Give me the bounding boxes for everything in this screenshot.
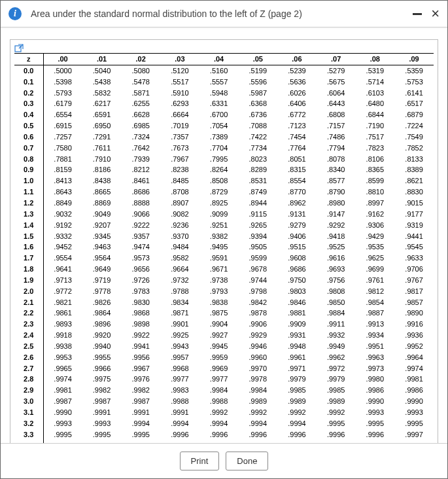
- cell: .9850: [317, 297, 356, 308]
- cell: .7910: [82, 154, 122, 165]
- cell: .9975: [82, 374, 122, 385]
- table-row: 2.5.9938.9940.9941.9943.9945.9946.9948.9…: [14, 341, 434, 352]
- cell: .9826: [82, 297, 122, 308]
- cell: .5793: [43, 88, 82, 99]
- cell: .9429: [356, 231, 395, 242]
- cell: .9484: [160, 241, 199, 253]
- table-card: z.00.01.02.03.04.05.06.07.08.09 0.0.5000…: [10, 39, 438, 443]
- cell: .9608: [277, 253, 317, 264]
- cell: .8078: [317, 154, 356, 165]
- close-icon[interactable]: ×: [431, 9, 439, 18]
- cell: .9993: [356, 407, 395, 418]
- cell: .5596: [238, 77, 277, 88]
- z-corner-header: z: [14, 54, 43, 65]
- titlebar: i Area under the standard normal distrib…: [1, 1, 447, 27]
- cell: .8264: [199, 164, 239, 175]
- cell: .8830: [394, 186, 434, 198]
- row-header: 1.8: [14, 264, 43, 275]
- col-header: .09: [394, 54, 434, 65]
- cell: .9706: [394, 264, 434, 275]
- cell: .9991: [82, 407, 122, 418]
- table-row: 2.7.9965.9966.9967.9968.9969.9970.9971.9…: [14, 363, 434, 374]
- cell: .9987: [43, 396, 82, 407]
- cell: .9678: [238, 264, 277, 275]
- cell: .8186: [82, 164, 122, 175]
- minimize-icon[interactable]: [413, 13, 422, 15]
- cell: .5040: [82, 65, 122, 76]
- cell: .9994: [238, 418, 277, 429]
- cell: .9131: [277, 209, 317, 220]
- cell: .9955: [82, 352, 122, 363]
- table-row: 1.6.9452.9463.9474.9484.9495.9505.9515.9…: [14, 241, 434, 253]
- cell: .8051: [277, 154, 317, 165]
- cell: .9986: [356, 385, 395, 396]
- cell: .7823: [356, 143, 395, 154]
- cell: .9992: [238, 407, 277, 418]
- cell: .9015: [394, 198, 434, 209]
- cell: .5359: [394, 65, 434, 76]
- cell: .9995: [121, 429, 160, 440]
- cell: .5675: [317, 77, 356, 88]
- cell: .6554: [43, 109, 82, 120]
- row-header: 3.3: [14, 429, 43, 440]
- cell: .9370: [160, 231, 199, 242]
- cell: .5832: [82, 88, 122, 99]
- row-header: 1.6: [14, 241, 43, 253]
- cell: .9979: [317, 374, 356, 385]
- cell: .9978: [238, 374, 277, 385]
- cell: .9995: [317, 418, 356, 429]
- svg-rect-0: [15, 46, 21, 52]
- cell: .7611: [82, 143, 122, 154]
- cell: .8531: [238, 175, 277, 186]
- cell: .8686: [121, 186, 160, 198]
- print-button[interactable]: Print: [180, 452, 220, 470]
- cell: .9788: [160, 286, 199, 297]
- cell: .8599: [356, 175, 395, 186]
- cell: .9995: [43, 429, 82, 440]
- cell: .9943: [160, 341, 199, 352]
- cell: .9922: [121, 330, 160, 341]
- cell: .9995: [394, 418, 434, 429]
- table-row: 3.3.9995.9995.9995.9996.9996.9996.9996.9…: [14, 429, 434, 440]
- popout-icon[interactable]: [14, 44, 434, 53]
- cell: .5714: [356, 77, 395, 88]
- cell: .9834: [160, 297, 199, 308]
- col-header: .08: [356, 54, 395, 65]
- table-row: 1.3.9032.9049.9066.9082.9099.9115.9131.9…: [14, 209, 434, 220]
- cell: .6664: [160, 109, 199, 120]
- cell: .9992: [199, 407, 239, 418]
- cell: .9966: [82, 363, 122, 374]
- cell: .9979: [277, 374, 317, 385]
- cell: .6772: [277, 109, 317, 120]
- cell: .9744: [238, 275, 277, 286]
- cell: .7486: [317, 132, 356, 143]
- col-header: .01: [82, 54, 122, 65]
- cell: .9989: [317, 396, 356, 407]
- row-header: 0.3: [14, 98, 43, 109]
- cell: .9162: [356, 209, 395, 220]
- cell: .8023: [238, 154, 277, 165]
- cell: .6879: [394, 109, 434, 120]
- cell: .9963: [356, 352, 395, 363]
- cell: .9418: [317, 231, 356, 242]
- cell: .7389: [199, 132, 239, 143]
- cell: .9846: [277, 297, 317, 308]
- cell: .9920: [82, 330, 122, 341]
- cell: .9965: [43, 363, 82, 374]
- done-button[interactable]: Done: [226, 452, 268, 470]
- cell: .8708: [160, 186, 199, 198]
- cell: .9452: [43, 241, 82, 253]
- row-header: 1.7: [14, 253, 43, 264]
- cell: .5398: [43, 77, 82, 88]
- cell: .9591: [199, 253, 239, 264]
- row-header: 2.4: [14, 330, 43, 341]
- cell: .7324: [121, 132, 160, 143]
- cell: .9984: [199, 385, 239, 396]
- cell: .8554: [277, 175, 317, 186]
- cell: .5636: [277, 77, 317, 88]
- cell: .5000: [43, 65, 82, 76]
- cell: .9995: [356, 418, 395, 429]
- cell: .8888: [121, 198, 160, 209]
- cell: .9545: [394, 241, 434, 253]
- cell: .9535: [356, 241, 395, 253]
